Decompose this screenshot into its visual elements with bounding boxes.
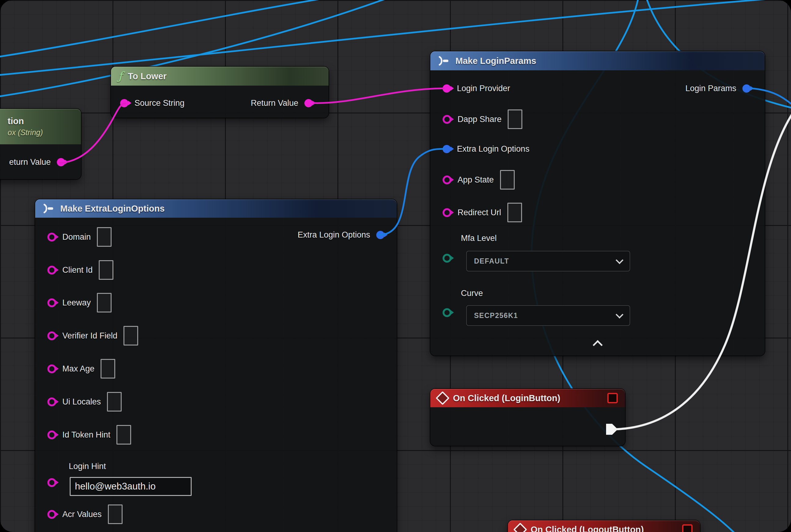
node-partial-function[interactable]: tion ox (String) eturn Value <box>0 109 81 179</box>
pin-label: Extra Login Options <box>298 230 370 240</box>
app-state-value-box[interactable] <box>500 170 515 190</box>
dapp-share-value-box[interactable] <box>508 110 522 129</box>
node-title: Make LoginParams <box>456 56 536 66</box>
chevron-down-icon <box>616 311 623 318</box>
mfa-level-dropdown[interactable]: DEFAULT <box>466 251 630 271</box>
acr-values-pin-row: Acr Values <box>47 506 122 523</box>
string-input-pin[interactable] <box>120 99 128 107</box>
curve-pin-row <box>443 304 451 321</box>
pin-label: Login Params <box>685 84 736 93</box>
chevron-up-icon <box>593 340 603 350</box>
string-input-pin[interactable] <box>47 431 56 439</box>
node-title: tion <box>8 116 24 126</box>
struct-output-pin[interactable] <box>376 231 385 239</box>
login-hint-pin-row <box>47 474 56 491</box>
node-make-extra-login-options[interactable]: Make ExtraLoginOptions Extra Login Optio… <box>35 200 397 532</box>
max-age-value-box[interactable] <box>100 359 115 379</box>
string-input-pin[interactable] <box>47 478 56 487</box>
make-struct-icon <box>42 204 55 213</box>
wire-cyan-topleft-1[interactable] <box>0 0 336 57</box>
leeway-value-box[interactable] <box>97 293 112 312</box>
extra-login-options-output-row: Extra Login Options <box>298 226 385 243</box>
domain-pin-row: Domain <box>47 228 112 246</box>
redirect-url-value-box[interactable] <box>507 203 522 222</box>
login-hint-label: Login Hint <box>69 462 106 471</box>
curve-dropdown[interactable]: SECP256K1 <box>466 305 630 326</box>
ui-locales-value-box[interactable] <box>107 392 122 412</box>
string-input-pin[interactable] <box>47 364 56 373</box>
collapse-node-button[interactable] <box>589 338 607 348</box>
event-diamond-icon <box>513 522 527 532</box>
client-id-value-box[interactable] <box>99 260 113 280</box>
node-on-clicked-login-button-header[interactable]: On Clicked (LoginButton) <box>430 389 625 407</box>
delegate-pin[interactable] <box>682 524 693 532</box>
chevron-down-icon <box>616 256 623 264</box>
pin-label: Max Age <box>62 364 94 374</box>
node-partial-function-header[interactable]: tion ox (String) <box>0 109 81 144</box>
node-subtitle: ox (String) <box>8 128 43 137</box>
enum-input-pin[interactable] <box>443 308 451 317</box>
node-on-clicked-login-button[interactable]: On Clicked (LoginButton) <box>430 389 625 446</box>
string-input-pin[interactable] <box>47 299 56 307</box>
dapp-share-pin-row: Dapp Share <box>443 111 522 128</box>
pin-label: Acr Values <box>62 510 102 519</box>
string-input-pin[interactable] <box>47 510 56 519</box>
string-input-pin[interactable] <box>443 115 451 124</box>
acr-values-value-box[interactable] <box>108 505 122 524</box>
node-make-login-params[interactable]: Make LoginParams Login Params Login Prov… <box>430 51 765 356</box>
enum-input-pin[interactable] <box>443 254 451 263</box>
mfa-level-pin-row <box>443 249 451 267</box>
string-input-pin[interactable] <box>47 266 56 274</box>
verifier-id-field-value-box[interactable] <box>123 326 138 345</box>
pin-label: Leeway <box>62 298 91 308</box>
extra-login-options-pin-row: Extra Login Options <box>443 140 529 157</box>
node-to-lower-header[interactable]: ƒ To Lower <box>111 66 329 86</box>
max-age-pin-row: Max Age <box>47 360 115 377</box>
pin-label: Client Id <box>62 265 93 275</box>
pin-label: Verifier Id Field <box>62 331 117 341</box>
node-on-clicked-logout-button-header[interactable]: On Clicked (LogoutButton) <box>508 520 700 532</box>
string-input-pin[interactable] <box>47 397 56 406</box>
return-value-pin-row: Return Value <box>251 94 313 112</box>
function-icon: ƒ <box>118 71 122 82</box>
node-title: On Clicked (LoginButton) <box>453 393 560 403</box>
string-input-pin[interactable] <box>47 233 56 242</box>
string-input-pin[interactable] <box>443 208 451 217</box>
pin-label: Dapp Share <box>458 115 502 124</box>
domain-value-box[interactable] <box>97 227 112 247</box>
mfa-level-label: Mfa Level <box>461 233 497 243</box>
pin-label: Redirect Url <box>458 208 501 217</box>
id-token-hint-value-box[interactable] <box>116 425 131 444</box>
id-token-hint-pin-row: Id Token Hint <box>47 426 131 443</box>
login-hint-input[interactable] <box>70 477 192 496</box>
node-title: On Clicked (LogoutButton) <box>530 525 644 532</box>
string-input-pin[interactable] <box>47 331 56 340</box>
struct-input-pin[interactable] <box>443 145 451 153</box>
node-make-extra-login-options-header[interactable]: Make ExtraLoginOptions <box>35 200 397 218</box>
wire-pink-tolower-to-loginprovider[interactable] <box>314 88 444 103</box>
curve-value: SECP256K1 <box>474 311 518 320</box>
node-to-lower[interactable]: ƒ To Lower Source String Return Value <box>111 66 329 118</box>
pin-label: Id Token Hint <box>62 430 110 440</box>
curve-label: Curve <box>461 289 483 298</box>
node-on-clicked-logout-button[interactable]: On Clicked (LogoutButton) <box>508 520 700 532</box>
exec-output-pin[interactable] <box>606 424 618 435</box>
pin-label: eturn Value <box>9 157 51 167</box>
delegate-pin[interactable] <box>607 393 618 403</box>
node-make-login-params-header[interactable]: Make LoginParams <box>430 51 765 70</box>
pin-label: Domain <box>62 232 91 242</box>
string-output-pin[interactable] <box>57 158 65 166</box>
verifier-id-field-pin-row: Verifier Id Field <box>47 327 138 344</box>
source-string-pin-row: Source String <box>120 94 185 112</box>
node-title: To Lower <box>128 71 167 81</box>
struct-output-pin[interactable] <box>742 84 751 93</box>
leeway-pin-row: Leeway <box>47 294 112 311</box>
string-input-pin[interactable] <box>443 175 451 184</box>
string-output-pin[interactable] <box>304 99 313 107</box>
event-diamond-icon <box>436 391 449 405</box>
pin-label: Login Provider <box>457 84 510 93</box>
app-state-pin-row: App State <box>443 171 515 188</box>
blueprint-graph-canvas[interactable]: tion ox (String) eturn Value ƒ To Lower … <box>0 0 791 532</box>
string-input-pin[interactable] <box>443 84 451 93</box>
mfa-level-value: DEFAULT <box>474 257 509 265</box>
